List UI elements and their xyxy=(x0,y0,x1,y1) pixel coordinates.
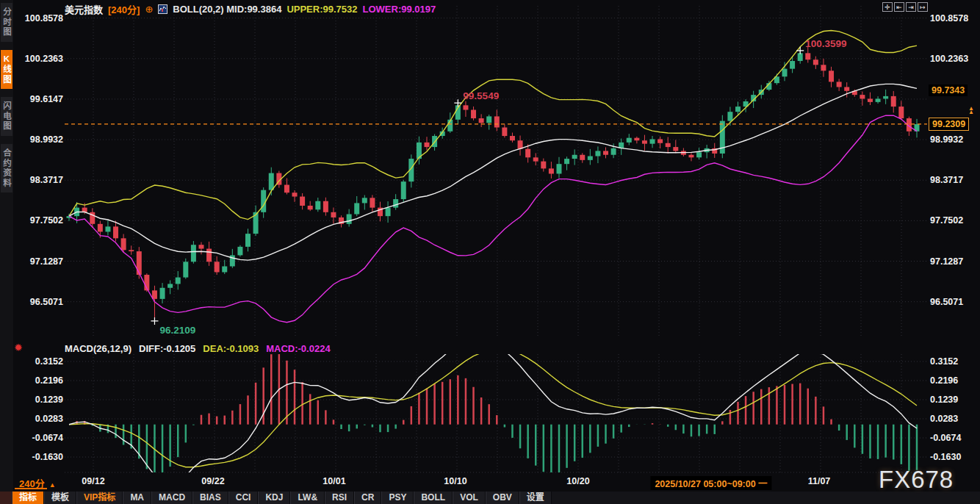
svg-text:96.2109: 96.2109 xyxy=(159,325,195,336)
macd-settings-icon[interactable]: ✹ xyxy=(14,342,23,353)
left-sidebar: 分时图K线图闪电图合约资料 xyxy=(0,0,13,504)
x-axis-tick: 10/10 xyxy=(444,476,466,486)
sidebar-tab-3[interactable]: 闪电图 xyxy=(1,97,12,136)
toolbar-tab-CCI[interactable]: CCI xyxy=(228,492,259,504)
macd-dea-value: DEA:-0.1093 xyxy=(203,343,259,354)
toolbar-tab-KDJ[interactable]: KDJ xyxy=(258,492,290,504)
toolbar-tab-BOLL[interactable]: BOLL xyxy=(414,492,453,504)
last-price-tag: 99.2309 xyxy=(929,118,969,131)
boll-mid-value: BOLL(20,2) MID:99.3864 xyxy=(173,4,281,15)
svg-text:99.5549: 99.5549 xyxy=(463,90,499,101)
chart-application-window: { "header": { "symbol": "美元指数", "period"… xyxy=(0,0,980,504)
boll-upper-value: UPPER:99.7532 xyxy=(287,4,357,15)
price-axis-label-right: 96.5071 xyxy=(930,296,963,308)
toolbar-tab-MACD[interactable]: MACD xyxy=(151,492,192,504)
macd-diff-value: DIFF:-0.1205 xyxy=(139,343,195,354)
toolbar-tab-VOL[interactable]: VOL xyxy=(453,492,486,504)
price-axis-label-left: 100.8578 xyxy=(16,12,63,24)
pan-right-button[interactable]: ↦ xyxy=(918,2,928,12)
price-axis-label-left: 97.7502 xyxy=(16,215,63,226)
toolbar-tab-VIP指标[interactable]: VIP指标 xyxy=(76,492,123,504)
x-axis-tick: 10/01 xyxy=(323,476,345,486)
toolbar-tab-BIAS[interactable]: BIAS xyxy=(192,492,228,504)
toolbar-tab-PSY[interactable]: PSY xyxy=(381,492,414,504)
chart-canvas[interactable]: 99.5549100.359996.2109 xyxy=(0,0,980,504)
toolbar-tab-OBV[interactable]: OBV xyxy=(486,492,519,504)
crosshair-button[interactable]: ✛ xyxy=(882,2,893,12)
toolbar-tab-指标[interactable]: 指标 xyxy=(12,492,44,504)
toolbar-tab-LW&[interactable]: LW& xyxy=(290,492,325,504)
toolbar-tab-模板[interactable]: 模板 xyxy=(44,492,76,504)
sidebar-tab-4[interactable]: 合约资料 xyxy=(1,144,12,192)
sidebar-tab-2[interactable]: K线图 xyxy=(1,50,12,89)
macd-axis-label-right: -0.1630 xyxy=(930,451,961,463)
price-axis-label-right: 98.9932 xyxy=(930,134,963,145)
expand-x-button[interactable]: ⇥ xyxy=(906,2,916,12)
chart-window-buttons: ✛⇤⇥↦ xyxy=(882,2,928,12)
boll-lower-value: LOWER:99.0197 xyxy=(363,4,436,15)
price-axis-label-left: 96.5071 xyxy=(16,296,63,308)
toolbar-tab-MA[interactable]: MA xyxy=(123,492,151,504)
price-axis-label-right: 100.2363 xyxy=(930,53,968,65)
macd-axis-label-left: 0.1239 xyxy=(16,394,63,406)
price-axis-label-left: 98.3717 xyxy=(16,174,63,186)
svg-text:100.3599: 100.3599 xyxy=(805,38,846,49)
macd-header-legend: MACD(26,12,9) DIFF:-0.1205 DEA:-0.1093 M… xyxy=(65,343,331,354)
toolbar-tab-RSI[interactable]: RSI xyxy=(325,492,354,504)
macd-bar-value: MACD:-0.0224 xyxy=(266,343,330,354)
macd-axis-label-right: 0.3152 xyxy=(930,356,958,367)
macd-axis-label-left: 0.3152 xyxy=(16,356,63,367)
macd-axis-label-left: -0.1630 xyxy=(16,451,63,463)
price-axis-label-right: 100.8578 xyxy=(930,12,968,24)
period-tab-underline xyxy=(15,488,47,489)
price-axis-label-left: 100.2363 xyxy=(16,53,63,65)
watermark: FX678 xyxy=(879,466,954,494)
x-axis-tick: 10/20 xyxy=(566,476,589,486)
price-axis-label-right: 97.7502 xyxy=(930,215,963,226)
chart-header-legend: 美元指数 [240分] ⊕ BOLL(20,2) MID:99.3864 UPP… xyxy=(65,3,436,15)
compress-x-button[interactable]: ⇤ xyxy=(894,2,904,12)
price-tag-upper: 99.7343 xyxy=(929,84,968,96)
boll-indicator-icon xyxy=(158,4,167,14)
period-label: [240分] xyxy=(108,2,140,16)
symbol-name: 美元指数 xyxy=(65,2,103,16)
macd-axis-label-right: -0.0674 xyxy=(930,432,961,444)
x-axis-tick: 09/12 xyxy=(82,476,104,486)
crosshair-date-label: 2025/10/27 05:00~09:00 一 xyxy=(650,476,771,490)
macd-axis-label-left: -0.0674 xyxy=(16,432,63,444)
price-axis-label-left: 99.6147 xyxy=(16,93,63,105)
indicator-toolbar: 指标模板VIP指标MAMACDBIASCCIKDJLW&RSICRPSYBOLL… xyxy=(0,492,980,504)
macd-axis-label-left: 0.2196 xyxy=(16,375,63,386)
x-axis-tick: 09/22 xyxy=(201,476,224,486)
period-dropdown-arrow-icon: ▲ xyxy=(49,481,56,489)
price-axis-label-right: 98.3717 xyxy=(930,174,963,186)
price-alert-arrows-icon: ▲▲ xyxy=(967,107,976,114)
macd-axis-label-right: 0.0283 xyxy=(930,413,958,425)
x-axis-row: 240分▲ 2025/10/27 05:00~09:00 一 09/1209/2… xyxy=(0,475,980,490)
price-axis-label-left: 98.9932 xyxy=(16,134,63,145)
price-axis-label-right: 97.1287 xyxy=(930,256,963,267)
toolbar-tab-CR[interactable]: CR xyxy=(354,492,381,504)
macd-axis-label-left: 0.0283 xyxy=(16,413,63,425)
price-axis-label-left: 97.1287 xyxy=(16,256,63,267)
macd-title: MACD(26,12,9) xyxy=(65,343,131,354)
sidebar-tab-1[interactable]: 分时图 xyxy=(1,3,12,42)
macd-axis-label-right: 0.1239 xyxy=(930,394,958,406)
x-axis-tick: 11/07 xyxy=(808,476,831,486)
toolbar-tab-设置[interactable]: 设置 xyxy=(519,492,552,504)
link-icon[interactable]: ⊕ xyxy=(145,4,153,15)
macd-axis-label-right: 0.2196 xyxy=(930,375,958,386)
toolbar-corner-block xyxy=(0,492,12,504)
